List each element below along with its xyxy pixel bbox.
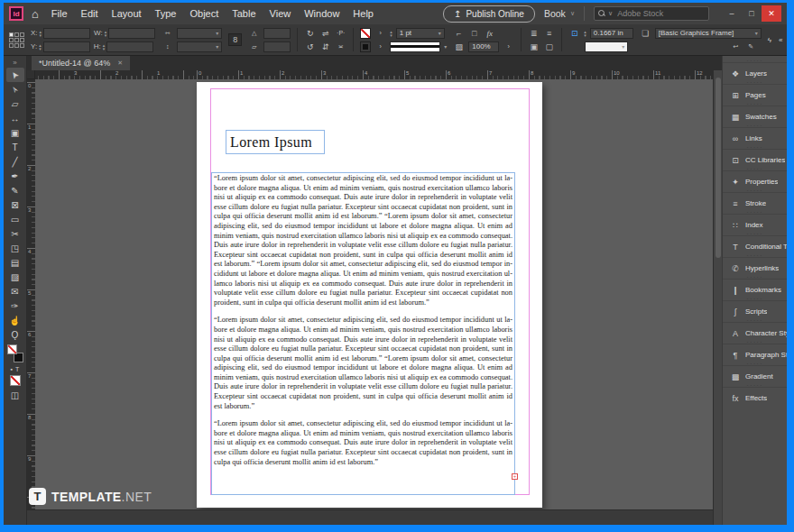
scrollbar-thumb[interactable] [716,78,721,258]
scale-x-dropdown[interactable]: ▾ [177,28,222,39]
tab-close-icon[interactable]: ✕ [117,60,123,67]
stroke-color-swatch[interactable] [360,28,371,39]
flip-horizontal-icon[interactable]: ⇌ [319,28,331,39]
rectangle-tool[interactable]: ▭ [6,212,24,226]
zoom-tool[interactable]: Ǫ [6,327,24,342]
free-transform-tool[interactable]: ◳ [6,241,24,255]
body-text-frame[interactable]: “Lorem ipsum dolor sit amet, consectetur… [211,172,515,495]
lightning-icon[interactable]: ϟ [768,36,771,44]
content-collector-tool[interactable]: ▣ [6,125,24,140]
wrap-jump-icon[interactable]: ▢ [543,41,555,52]
menu-type[interactable]: Type [155,8,177,19]
gradient-swatch-tool[interactable]: ▤ [6,255,24,270]
document-tab[interactable]: *Untitled-14 @ 64% ✕ [32,56,130,70]
panel-item-effects[interactable]: fxEffects [723,387,787,408]
stepper[interactable]: ▴▾ [40,30,42,37]
flyout-icon[interactable]: › [374,28,386,39]
direct-selection-tool[interactable]: ➢ [6,82,24,96]
menu-view[interactable]: View [270,8,291,19]
pasteboard[interactable]: Lorem Ipsum “Lorem ipsum dolor sit amet,… [35,79,713,509]
scissors-tool[interactable]: ✂ [6,226,24,241]
publish-online-button[interactable]: ↥ Publish Online [443,5,535,23]
flip-vertical-icon[interactable]: ⇵ [319,41,331,52]
flyout-icon[interactable]: › [374,41,386,52]
corner-options-icon[interactable]: ⌐ [453,28,465,39]
vertical-ruler[interactable]: 0123456789 [27,79,35,509]
scale-y-dropdown[interactable]: ▾ [177,41,222,52]
ruler-origin[interactable] [27,70,35,79]
reference-point-proxy[interactable] [9,32,24,48]
menu-edit[interactable]: Edit [81,8,98,19]
text-wrap-bounding-icon[interactable]: ≡ [543,28,555,39]
width-field[interactable] [108,28,155,39]
book-dropdown[interactable]: Book ∨ [544,8,575,19]
pencil-tool[interactable]: ✎ [6,183,24,197]
color-theme-tool[interactable]: ✑ [6,298,24,313]
menu-file[interactable]: File [51,8,68,19]
effects-fx-icon[interactable]: fx [484,28,495,39]
object-style-dropdown[interactable]: [Basic Graphics Frame]▾ [655,28,762,39]
hand-tool[interactable]: ☝ [6,313,24,327]
menu-window[interactable]: Window [304,8,339,19]
document-page[interactable]: Lorem Ipsum “Lorem ipsum dolor sit amet,… [197,82,542,508]
type-tool[interactable]: T [6,140,24,154]
home-icon[interactable]: ⌂ [32,7,39,21]
menu-help[interactable]: Help [353,8,374,19]
stroke-weight-dropdown[interactable]: 1 pt▾ [396,28,445,39]
horizontal-ruler[interactable]: 3210123456789101112 [35,70,713,79]
rotation-angle-field[interactable] [263,28,291,39]
minimize-button[interactable]: – [722,5,742,22]
collapse-panel-icon[interactable]: « [779,36,782,44]
text-wrap-none-icon[interactable]: ≣ [528,28,540,39]
menu-layout[interactable]: Layout [112,8,142,19]
formatting-affects-container-icon[interactable]: ▪ [11,366,13,372]
y-field[interactable] [43,41,90,52]
height-field[interactable] [106,41,153,52]
stepper[interactable]: ▴▾ [39,43,42,50]
title-text-frame[interactable]: Lorem Ipsum [226,130,325,154]
apply-none-swatch[interactable] [10,375,21,386]
menu-table[interactable]: Table [232,8,255,19]
fill-stroke-proxy[interactable] [6,344,24,362]
rotate-cw-icon[interactable]: ↻ [304,28,316,39]
line-tool[interactable]: ╱ [6,154,24,169]
quick-apply-icon[interactable]: ↩ [730,41,742,52]
note-tool[interactable]: ✉ [6,284,24,298]
pen-tool[interactable]: ✒ [6,169,24,183]
stroke-weight-stepper[interactable]: ▴▾ [390,30,392,37]
horizontal-scrollbar-area[interactable] [27,509,713,525]
fill-none-swatch[interactable] [7,344,17,354]
preview-color-dropdown[interactable]: ▾ [585,41,628,52]
stepper[interactable]: ▴▾ [103,43,106,50]
panel-expand[interactable]: » [6,58,24,68]
stepper[interactable]: ▴▾ [105,30,107,37]
constrain-proportions-icon[interactable]: 8 [228,33,242,46]
gap-stepper[interactable]: ▴▾ [584,30,586,37]
gradient-feather-tool[interactable]: ▨ [6,270,24,284]
frame-tool[interactable]: ⊠ [6,197,24,212]
vertical-scrollbar[interactable] [713,70,722,525]
gap-tool[interactable]: ↔ [6,111,24,125]
fill-color-swatch[interactable] [360,41,371,52]
gap-value-field[interactable]: 0.1667 in [590,28,633,39]
menu-object[interactable]: Object [189,8,218,19]
selection-tool[interactable]: ➤ [6,68,24,82]
screen-mode-button[interactable]: ◫ [6,388,24,402]
page-tool[interactable]: ▱ [6,96,24,111]
corner-shape-icon[interactable]: □ [468,28,480,39]
align-distribute-icon[interactable]: ≍ [335,41,346,52]
stock-search-box[interactable]: ∨ [594,6,709,21]
shear-angle-field[interactable] [263,41,291,52]
flyout-icon[interactable]: › [503,41,514,52]
close-button[interactable]: ✕ [762,5,781,22]
x-field[interactable] [43,28,90,39]
formatting-affects-text-icon[interactable]: T [15,366,19,372]
stroke-style-dropdown[interactable] [390,41,440,52]
opacity-field[interactable]: 100% [468,41,499,52]
search-input[interactable] [615,8,705,19]
rotate-ccw-icon[interactable]: ↺ [304,41,316,52]
maximize-button[interactable]: □ [742,5,762,22]
overset-text-indicator[interactable]: + [512,473,518,480]
wrap-object-icon[interactable]: ▣ [528,41,540,52]
edit-style-icon[interactable]: ✎ [745,41,757,52]
